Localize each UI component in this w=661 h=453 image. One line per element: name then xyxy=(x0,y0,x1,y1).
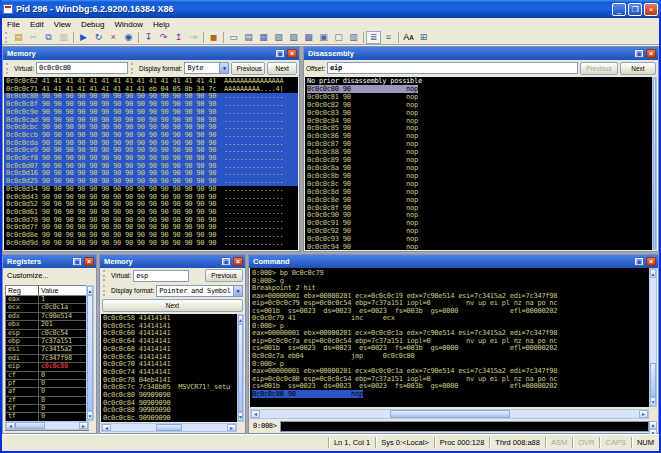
vertical-scrollbar[interactable]: ▲ ▼ xyxy=(86,285,94,421)
command-line[interactable]: 0c0c0c79 41 inc ecx xyxy=(250,315,649,323)
vertical-scrollbar[interactable]: ▲ ▼ xyxy=(649,268,657,407)
menu-debug[interactable]: Debug xyxy=(76,19,110,30)
toolbar-options-icon[interactable]: ⊞ xyxy=(416,31,431,44)
scroll-down-icon[interactable]: ▼ xyxy=(650,397,656,406)
title-bar[interactable]: Pid 296 - WinDbg:6.2.9200.16384 X86 _ ❒ … xyxy=(0,0,661,18)
previous-button[interactable]: Previous xyxy=(231,62,265,75)
menu-window[interactable]: Window xyxy=(109,19,147,30)
offset-input[interactable]: eip xyxy=(327,62,578,74)
dock-icon[interactable]: ▣ xyxy=(634,257,644,266)
disassembly-window-icon[interactable]: ▣ xyxy=(316,31,331,44)
registers-pane-titlebar[interactable]: Registers ▣ × xyxy=(3,255,96,268)
previous-button[interactable]: Previous xyxy=(580,62,618,75)
scroll-up-icon[interactable]: ▲ xyxy=(87,286,93,295)
locals-window-icon[interactable]: ▦ xyxy=(256,31,271,44)
spin-up-icon[interactable]: ▲ xyxy=(649,421,657,429)
scrollbar-thumb[interactable] xyxy=(653,78,656,249)
scrollbar-thumb[interactable] xyxy=(87,295,93,411)
go-icon[interactable]: ▶ xyxy=(76,31,91,44)
display-format-select[interactable]: Byte ▼ xyxy=(184,62,229,74)
input-spinner[interactable]: ▲ ▼ xyxy=(649,421,657,432)
chevron-down-icon[interactable]: ▼ xyxy=(233,286,242,296)
vertical-scrollbar[interactable]: ▲ ▼ xyxy=(237,314,244,422)
close-icon[interactable]: × xyxy=(84,257,94,266)
command-output[interactable]: 0:008> bp 0c0c0c790:008> gBreakpoint 2 h… xyxy=(250,268,649,407)
menu-file[interactable]: File xyxy=(2,19,25,30)
insert-breakpoint-icon[interactable]: ◼ xyxy=(206,31,221,44)
scroll-left-icon[interactable]: ◄ xyxy=(102,424,111,431)
scrollbar-thumb[interactable] xyxy=(15,422,45,429)
register-row[interactable]: sf0 xyxy=(6,405,88,413)
restart-icon[interactable]: ↻ xyxy=(91,31,106,44)
customize-link[interactable]: Customize... xyxy=(3,268,96,280)
minimize-button[interactable]: _ xyxy=(612,3,626,16)
horizontal-scrollbar[interactable]: ◄ ► xyxy=(101,423,237,432)
callstack-window-icon[interactable]: ▩ xyxy=(301,31,316,44)
memory-window-icon[interactable]: ▨ xyxy=(286,31,301,44)
scrollbar-thumb[interactable] xyxy=(156,424,182,431)
scrollbar-thumb[interactable] xyxy=(650,363,656,397)
register-row[interactable]: pf0 xyxy=(6,380,88,388)
vertical-scrollbar[interactable] xyxy=(652,77,657,250)
scroll-up-icon[interactable]: ▲ xyxy=(650,269,656,278)
memory-esp-pane-titlebar[interactable]: Memory ▣ × xyxy=(100,255,245,268)
register-row[interactable]: eipc0c0c80 xyxy=(6,363,88,371)
close-icon[interactable]: × xyxy=(233,257,243,266)
stop-debugging-icon[interactable]: × xyxy=(106,31,121,44)
scratchpad-window-icon[interactable]: ▢ xyxy=(331,31,346,44)
memory-pointer-list[interactable]: 0c0c0c58 414141410c0c0c5c 414141410c0c0c… xyxy=(101,314,237,422)
command-window-icon[interactable]: ▭ xyxy=(226,31,241,44)
command-input[interactable] xyxy=(280,421,649,432)
processes-window-icon[interactable]: ▥ xyxy=(346,31,361,44)
break-icon[interactable]: ◉ xyxy=(121,31,136,44)
dock-icon[interactable]: ▣ xyxy=(221,257,231,266)
scroll-down-icon[interactable]: ▼ xyxy=(238,412,243,421)
source-mode-on-icon[interactable]: ≣ xyxy=(366,31,381,44)
register-row[interactable]: af0 xyxy=(6,388,88,396)
next-button[interactable]: Next xyxy=(102,299,243,312)
register-row[interactable]: cf0 xyxy=(6,372,88,380)
step-out-icon[interactable]: ↥ xyxy=(171,31,186,44)
scroll-right-icon[interactable]: ► xyxy=(639,410,648,418)
command-pane-titlebar[interactable]: Command ▣ × xyxy=(249,255,658,268)
dock-icon[interactable]: ▣ xyxy=(634,49,644,58)
registers-table[interactable]: Reg Value eax1ecxc0c0c1aedx7c90e514ebx20… xyxy=(5,285,89,431)
close-button[interactable]: × xyxy=(644,3,658,16)
registers-window-icon[interactable]: ▧ xyxy=(271,31,286,44)
paste-icon[interactable]: ▥ xyxy=(56,31,71,44)
font-icon[interactable]: Aᴀ xyxy=(401,31,416,44)
menu-view[interactable]: View xyxy=(49,19,76,30)
toolbar-grip[interactable] xyxy=(5,32,8,43)
memory-hex-dump[interactable]: 0c0c0c62 41 41 41 41 41 41 41 41 41 41 4… xyxy=(4,77,298,250)
scroll-down-icon[interactable]: ▼ xyxy=(87,411,93,420)
close-icon[interactable]: × xyxy=(646,257,656,266)
command-line[interactable]: 0:008> bp 0c0c0c79 xyxy=(250,270,649,278)
memory-pane-titlebar[interactable]: Memory ▣ × xyxy=(3,47,299,60)
maximize-button[interactable]: ❒ xyxy=(628,3,642,16)
virtual-address-input[interactable]: 0c0c0c80 xyxy=(36,62,128,74)
scroll-up-icon[interactable]: ▲ xyxy=(238,315,243,324)
display-format-select[interactable]: Pointer and Symbol ▼ xyxy=(156,285,243,297)
scroll-right-icon[interactable]: ► xyxy=(227,424,236,431)
scrollbar-thumb[interactable] xyxy=(390,410,510,418)
open-source-file-icon[interactable]: ▤ xyxy=(11,31,26,44)
close-icon[interactable]: × xyxy=(646,49,656,58)
cut-icon[interactable]: ✂ xyxy=(26,31,41,44)
watch-window-icon[interactable]: ▤ xyxy=(241,31,256,44)
command-line[interactable]: 0c0c0c80 90 nop xyxy=(250,391,649,399)
scroll-left-icon[interactable]: ◄ xyxy=(251,410,260,418)
copy-icon[interactable]: ⧉ xyxy=(41,31,56,44)
disassembly-row[interactable]: 0c0c0c94 90 nop xyxy=(305,244,652,250)
menu-help[interactable]: Help xyxy=(148,19,174,30)
memory-row[interactable]: 0c0c0d9d 90 90 90 90 90 90 90 90 90 90 9… xyxy=(4,240,298,248)
register-row[interactable]: zf0 xyxy=(6,397,88,405)
horizontal-scrollbar[interactable]: ◄ ► xyxy=(250,409,649,419)
scrollbar-thumb[interactable] xyxy=(238,324,243,412)
command-line[interactable]: 0c0c0c7a eb04 jmp 0c0c0c80 xyxy=(250,353,649,361)
chevron-down-icon[interactable]: ▼ xyxy=(219,63,228,73)
close-icon[interactable]: × xyxy=(287,49,297,58)
step-over-icon[interactable]: ↷ xyxy=(156,31,171,44)
next-button[interactable]: Next xyxy=(620,62,656,75)
horizontal-scrollbar[interactable]: ◄ ► xyxy=(5,421,89,430)
previous-button[interactable]: Previous xyxy=(205,269,243,282)
